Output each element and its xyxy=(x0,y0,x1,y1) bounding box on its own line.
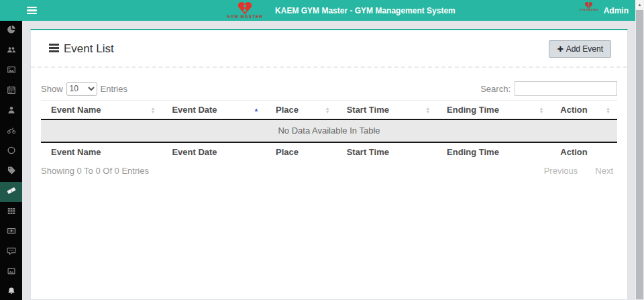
user-logo-icon: GYM MASTER xyxy=(580,1,598,20)
grid-icon xyxy=(7,206,16,218)
circle-outline-icon xyxy=(7,146,16,158)
entries-label: Entries xyxy=(101,84,127,94)
column-footer-start-time: Start Time xyxy=(337,142,437,161)
sidebar-item-bicycle[interactable] xyxy=(0,121,22,142)
brand-logo: GYM MASTER xyxy=(227,0,263,21)
sidebar-item-ticket[interactable] xyxy=(0,182,22,202)
sidebar-item-users[interactable] xyxy=(0,41,22,61)
table-controls: Show 10 Entries Search: xyxy=(41,81,617,96)
show-label: Show xyxy=(41,84,63,94)
page-title: Event List xyxy=(64,40,114,58)
table-header: Event NameEvent DatePlaceStart TimeEndin… xyxy=(41,101,617,120)
search-control: Search: xyxy=(480,81,617,96)
sidebar-item-bell[interactable] xyxy=(0,283,22,300)
table-info-bar: Showing 0 To 0 Of 0 Entries Previous Nex… xyxy=(41,166,617,176)
event-list-panel: Event List ✚ Add Event Show 10 Entries S… xyxy=(30,29,628,300)
column-footer-ending-time: Ending Time xyxy=(437,142,550,161)
column-header-event-name[interactable]: Event Name xyxy=(41,101,162,120)
column-header-start-time[interactable]: Start Time xyxy=(337,101,437,120)
entries-info: Showing 0 To 0 Of 0 Entries xyxy=(41,166,149,176)
sidebar-item-tag[interactable] xyxy=(0,162,22,182)
sidebar-item-grid[interactable] xyxy=(0,202,22,222)
app-title: KAEM GYM Master - GYM Management System xyxy=(275,6,455,15)
sidebar-item-pie-chart[interactable] xyxy=(0,21,22,41)
add-event-button[interactable]: ✚ Add Event xyxy=(549,40,611,58)
logo-text: GYM MASTER xyxy=(227,14,263,19)
sidebar-item-circle[interactable] xyxy=(0,142,22,162)
gym-master-logo-icon xyxy=(236,1,254,15)
column-footer-event-date: Event Date xyxy=(162,142,266,161)
sort-icon xyxy=(606,107,610,113)
search-input[interactable] xyxy=(515,81,617,96)
user-menu[interactable]: GYM MASTER Admin xyxy=(580,1,629,20)
sidebar-item-calendar[interactable] xyxy=(0,81,22,101)
event-table: Event NameEvent DatePlaceStart TimeEndin… xyxy=(41,100,617,161)
sidebar-item-photo[interactable] xyxy=(0,262,22,283)
bell-icon xyxy=(7,287,16,299)
photo-icon xyxy=(7,266,16,279)
scroll-up-arrow-icon[interactable]: ▲ xyxy=(635,0,644,9)
top-header: GYM MASTER KAEM GYM Master - GYM Managem… xyxy=(0,0,635,21)
column-footer-action: Action xyxy=(550,142,617,161)
page-length-select[interactable]: 10 xyxy=(66,82,97,96)
sort-icon xyxy=(539,107,543,113)
user-icon xyxy=(7,105,16,117)
image-icon xyxy=(7,65,16,77)
sidebar-item-money[interactable] xyxy=(0,222,22,242)
sidebar xyxy=(0,21,22,300)
sidebar-item-user[interactable] xyxy=(0,101,22,121)
search-label: Search: xyxy=(480,84,511,94)
pagination-previous[interactable]: Previous xyxy=(544,166,578,176)
add-event-label: Add Event xyxy=(566,44,603,54)
user-name: Admin xyxy=(604,6,629,15)
column-footer-place: Place xyxy=(266,142,337,161)
sort-ascending-icon xyxy=(254,107,259,113)
sidebar-item-image[interactable] xyxy=(0,61,22,81)
menu-toggle-icon[interactable] xyxy=(27,7,37,14)
empty-message: No Data Available In Table xyxy=(41,119,617,142)
tag-icon xyxy=(7,166,16,178)
plus-icon: ✚ xyxy=(557,45,563,54)
sort-icon xyxy=(150,107,155,113)
list-icon xyxy=(49,44,59,52)
page-length-control: Show 10 Entries xyxy=(41,82,127,96)
column-footer-event-name: Event Name xyxy=(41,142,162,161)
chat-icon xyxy=(7,246,16,258)
calendar-icon xyxy=(7,85,16,97)
money-icon xyxy=(7,226,16,238)
panel-title-bar: Event List ✚ Add Event xyxy=(31,30,627,68)
column-header-ending-time[interactable]: Ending Time xyxy=(437,101,550,120)
scrollbar[interactable]: ▲ xyxy=(635,0,644,300)
column-header-event-date[interactable]: Event Date xyxy=(162,101,266,120)
pagination: Previous Next xyxy=(544,166,617,176)
users-icon xyxy=(7,45,16,57)
sort-icon xyxy=(425,107,430,113)
pie-chart-icon xyxy=(7,25,16,37)
bicycle-icon xyxy=(7,126,16,138)
ticket-icon xyxy=(7,186,16,198)
scrollbar-thumb[interactable] xyxy=(636,10,643,299)
main-content: Event List ✚ Add Event Show 10 Entries S… xyxy=(22,21,635,300)
table-footer: Event NameEvent DatePlaceStart TimeEndin… xyxy=(41,142,617,161)
empty-row: No Data Available In Table xyxy=(41,119,617,142)
app-window: GYM MASTER KAEM GYM Master - GYM Managem… xyxy=(0,0,644,300)
pagination-next[interactable]: Next xyxy=(595,166,613,176)
column-header-action[interactable]: Action xyxy=(550,101,617,120)
sort-icon xyxy=(325,107,330,113)
sidebar-item-chat[interactable] xyxy=(0,242,22,262)
table-body: No Data Available In Table xyxy=(41,119,617,142)
column-header-place[interactable]: Place xyxy=(266,101,337,120)
